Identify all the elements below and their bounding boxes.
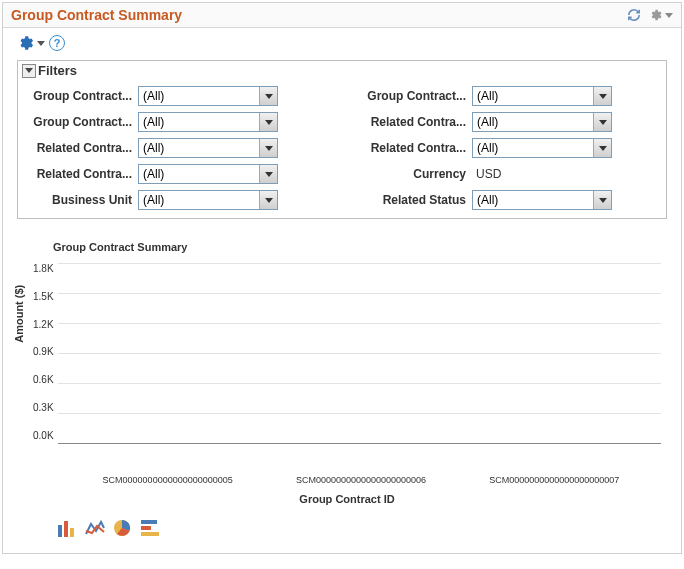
x-axis: SCM0000000000000000000005SCM000000000000… bbox=[61, 471, 661, 485]
filter-label: Group Contract... bbox=[362, 89, 472, 103]
svg-rect-2 bbox=[58, 525, 62, 537]
dropdown-value: (All) bbox=[139, 113, 259, 131]
gridline bbox=[58, 443, 661, 444]
toolbar: ? bbox=[3, 28, 681, 54]
x-tick: SCM0000000000000000000006 bbox=[296, 475, 426, 485]
svg-rect-3 bbox=[64, 521, 68, 537]
filter-label: Related Contra... bbox=[28, 141, 138, 155]
gridline bbox=[58, 293, 661, 294]
refresh-icon[interactable] bbox=[627, 8, 641, 22]
y-axis-ticks: 1.8K1.5K1.2K0.9K0.6K0.3K0.0K bbox=[33, 261, 58, 441]
y-tick: 1.8K bbox=[33, 263, 54, 274]
actions-menu-icon[interactable] bbox=[17, 34, 45, 52]
filter-dropdown[interactable]: (All) bbox=[472, 112, 612, 132]
chart-type-toolbar bbox=[33, 505, 661, 549]
x-tick: SCM0000000000000000000007 bbox=[489, 475, 619, 485]
chevron-down-icon[interactable] bbox=[259, 139, 277, 157]
filter-dropdown[interactable]: (All) bbox=[472, 138, 612, 158]
chevron-down-icon[interactable] bbox=[593, 87, 611, 105]
panel-header-actions bbox=[627, 8, 673, 22]
filter-label: Business Unit bbox=[28, 193, 138, 207]
filter-static-value: USD bbox=[472, 165, 505, 183]
chevron-down-icon[interactable] bbox=[593, 139, 611, 157]
filter-dropdown[interactable]: (All) bbox=[138, 86, 278, 106]
x-axis-label: Group Contract ID bbox=[33, 485, 661, 505]
y-tick: 0.9K bbox=[33, 346, 54, 357]
panel-header: Group Contract Summary bbox=[3, 3, 681, 28]
filter-label: Group Contract... bbox=[28, 89, 138, 103]
filter-label: Related Status bbox=[362, 193, 472, 207]
filter-row: Group Contract...(All) bbox=[28, 112, 322, 132]
filter-dropdown[interactable]: (All) bbox=[472, 190, 612, 210]
svg-rect-8 bbox=[141, 532, 159, 536]
y-tick: 0.3K bbox=[33, 402, 54, 413]
filter-row: Related Contra...(All) bbox=[362, 112, 656, 132]
filter-dropdown[interactable]: (All) bbox=[138, 164, 278, 184]
dropdown-value: (All) bbox=[473, 139, 593, 157]
filter-row: Related Contra...(All) bbox=[28, 138, 322, 158]
dropdown-value: (All) bbox=[473, 191, 593, 209]
y-tick: 0.0K bbox=[33, 430, 54, 441]
filters-section: Filters Group Contract...(All)Group Cont… bbox=[17, 60, 667, 219]
chevron-down-icon[interactable] bbox=[593, 191, 611, 209]
filter-row: CurrencyUSD bbox=[362, 164, 656, 184]
chevron-down-icon[interactable] bbox=[259, 113, 277, 131]
filter-label: Currency bbox=[362, 167, 472, 181]
dropdown-value: (All) bbox=[139, 87, 259, 105]
filter-row: Business Unit(All) bbox=[28, 190, 322, 210]
filters-header: Filters bbox=[18, 61, 666, 80]
gridline bbox=[58, 353, 661, 354]
y-axis-label: Amount ($) bbox=[13, 285, 25, 343]
group-contract-summary-panel: Group Contract Summary ? Filters Gr bbox=[2, 2, 682, 554]
dropdown-value: (All) bbox=[473, 87, 593, 105]
filters-heading: Filters bbox=[38, 63, 77, 78]
filter-label: Related Contra... bbox=[362, 141, 472, 155]
gridline bbox=[58, 263, 661, 264]
filters-grid: Group Contract...(All)Group Contract...(… bbox=[18, 80, 666, 210]
filter-row: Related Contra...(All) bbox=[362, 138, 656, 158]
y-tick: 1.2K bbox=[33, 319, 54, 330]
gridline bbox=[58, 413, 661, 414]
y-tick: 0.6K bbox=[33, 374, 54, 385]
chevron-down-icon[interactable] bbox=[259, 191, 277, 209]
filter-row: Related Status(All) bbox=[362, 190, 656, 210]
filter-dropdown[interactable]: (All) bbox=[138, 112, 278, 132]
dropdown-value: (All) bbox=[473, 113, 593, 131]
filter-dropdown[interactable]: (All) bbox=[472, 86, 612, 106]
line-chart-icon[interactable] bbox=[85, 519, 105, 537]
dropdown-value: (All) bbox=[139, 139, 259, 157]
panel-title: Group Contract Summary bbox=[11, 7, 182, 23]
filter-label: Related Contra... bbox=[362, 115, 472, 129]
chevron-down-icon[interactable] bbox=[259, 165, 277, 183]
filter-dropdown[interactable]: (All) bbox=[138, 138, 278, 158]
chevron-down-icon[interactable] bbox=[259, 87, 277, 105]
filter-row: Related Contra...(All) bbox=[28, 164, 322, 184]
settings-menu-icon[interactable] bbox=[649, 8, 673, 22]
svg-rect-6 bbox=[141, 520, 157, 524]
chevron-down-icon[interactable] bbox=[593, 113, 611, 131]
x-tick: SCM0000000000000000000005 bbox=[103, 475, 233, 485]
filters-collapse-button[interactable] bbox=[22, 64, 36, 78]
svg-rect-7 bbox=[141, 526, 151, 530]
chart-title: Group Contract Summary bbox=[33, 237, 661, 261]
chart-plot bbox=[58, 263, 661, 443]
gridline bbox=[58, 323, 661, 324]
horizontal-bar-chart-icon[interactable] bbox=[141, 519, 161, 537]
dropdown-value: (All) bbox=[139, 165, 259, 183]
chart-area: Group Contract Summary Amount ($) 1.8K1.… bbox=[3, 229, 681, 553]
help-icon[interactable]: ? bbox=[49, 35, 65, 51]
filter-row: Group Contract...(All) bbox=[28, 86, 322, 106]
filter-dropdown[interactable]: (All) bbox=[138, 190, 278, 210]
bar-chart-icon[interactable] bbox=[57, 519, 77, 537]
filter-label: Related Contra... bbox=[28, 167, 138, 181]
svg-rect-4 bbox=[70, 528, 74, 537]
filter-label: Group Contract... bbox=[28, 115, 138, 129]
filter-row: Group Contract...(All) bbox=[362, 86, 656, 106]
chart-frame: Amount ($) 1.8K1.5K1.2K0.9K0.6K0.3K0.0K bbox=[33, 261, 661, 471]
gridline bbox=[58, 383, 661, 384]
pie-chart-icon[interactable] bbox=[113, 519, 133, 537]
y-tick: 1.5K bbox=[33, 291, 54, 302]
dropdown-value: (All) bbox=[139, 191, 259, 209]
